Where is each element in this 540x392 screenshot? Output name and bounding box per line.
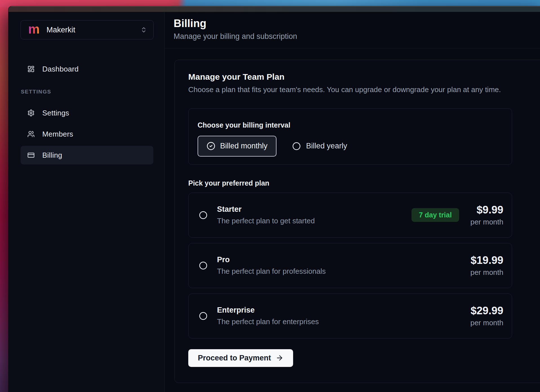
plan-right: 7 day trial $9.99 per month (411, 204, 503, 226)
plan-card: Manage your Team Plan Choose a plan that… (174, 60, 540, 383)
sidebar-item-billing[interactable]: Billing (21, 146, 153, 164)
billing-interval-options: Billed monthly Billed yearly (198, 136, 503, 157)
billing-interval-label: Choose your billing interval (198, 121, 503, 129)
plan-row-pro[interactable]: Pro The perfect plan for professionals $… (188, 243, 512, 288)
trial-badge: 7 day trial (411, 208, 459, 222)
sidebar-nav: Dashboard SETTINGS Settings Members (21, 60, 153, 164)
plan-right: $29.99 per month (470, 305, 503, 327)
arrow-right-icon (276, 354, 284, 362)
plan-price: $29.99 (470, 305, 503, 317)
page-header: Billing Manage your billing and subscrip… (165, 12, 540, 48)
plan-description: The perfect plan to get started (217, 217, 315, 225)
proceed-to-payment-button[interactable]: Proceed to Payment (188, 349, 293, 367)
makerkit-logo: m (28, 23, 40, 35)
plan-text: Enterprise The perfect plan for enterpri… (217, 306, 319, 326)
sidebar-section-label: SETTINGS (21, 89, 153, 95)
plan-period: per month (470, 218, 503, 226)
plan-name: Starter (217, 205, 315, 214)
interval-option-yearly[interactable]: Billed yearly (292, 142, 347, 150)
credit-card-icon (27, 152, 35, 159)
plan-radio-starter[interactable] (199, 211, 207, 219)
app-root: m Makerkit Dashboard SETTINGS (8, 12, 540, 392)
plan-name: Enterprise (217, 306, 319, 315)
plans-label: Pick your preferred plan (188, 179, 540, 187)
sidebar-item-label: Members (42, 130, 73, 139)
sidebar-item-label: Dashboard (42, 65, 79, 74)
price-block: $29.99 per month (470, 305, 503, 327)
plan-radio-pro[interactable] (199, 261, 207, 270)
sidebar: m Makerkit Dashboard SETTINGS (8, 12, 165, 392)
workspace-name: Makerkit (47, 26, 75, 34)
plan-row-enterprise[interactable]: Enterprise The perfect plan for enterpri… (188, 293, 512, 338)
plan-card-subtitle: Choose a plan that fits your team's need… (188, 85, 540, 94)
gear-icon (27, 109, 35, 117)
layout-dashboard-icon (27, 65, 35, 73)
interval-option-yearly-label: Billed yearly (306, 142, 347, 150)
plan-row-starter[interactable]: Starter The perfect plan to get started … (188, 193, 512, 238)
plan-period: per month (470, 268, 503, 277)
workspace-switcher[interactable]: m Makerkit (21, 20, 154, 39)
plan-price: $19.99 (470, 254, 503, 266)
sidebar-item-dashboard[interactable]: Dashboard (21, 60, 153, 78)
plan-description: The perfect plan for professionals (217, 267, 326, 276)
plan-price: $9.99 (470, 204, 503, 216)
interval-option-monthly[interactable]: Billed monthly (198, 136, 276, 157)
price-block: $9.99 per month (470, 204, 503, 226)
billing-interval-box: Choose your billing interval Billed mont… (188, 108, 512, 165)
plan-card-title: Manage your Team Plan (188, 72, 540, 82)
proceed-to-payment-label: Proceed to Payment (198, 354, 271, 362)
plan-period: per month (470, 318, 503, 327)
page-subtitle: Manage your billing and subscription (174, 32, 540, 41)
chevrons-up-down-icon (140, 26, 147, 33)
plan-right: $19.99 per month (470, 254, 503, 277)
app-window: m Makerkit Dashboard SETTINGS (8, 6, 540, 392)
plan-text: Pro The perfect plan for professionals (217, 255, 326, 276)
plan-radio-enterprise[interactable] (199, 312, 207, 320)
circle-icon (292, 142, 301, 150)
sidebar-item-label: Billing (42, 151, 62, 160)
users-icon (27, 130, 35, 138)
main-panel: Billing Manage your billing and subscrip… (165, 12, 540, 392)
sidebar-item-members[interactable]: Members (21, 125, 153, 143)
plan-name: Pro (217, 255, 326, 264)
page-title: Billing (174, 18, 540, 30)
sidebar-item-settings[interactable]: Settings (21, 104, 153, 122)
price-block: $19.99 per month (470, 254, 503, 277)
interval-option-monthly-label: Billed monthly (220, 142, 267, 150)
circle-check-icon (207, 142, 215, 150)
window-top-edge (8, 6, 540, 12)
plan-text: Starter The perfect plan to get started (217, 205, 315, 225)
plan-description: The perfect plan for enterprises (217, 317, 319, 326)
page-content: Manage your Team Plan Choose a plan that… (165, 48, 540, 383)
sidebar-item-label: Settings (42, 109, 69, 117)
